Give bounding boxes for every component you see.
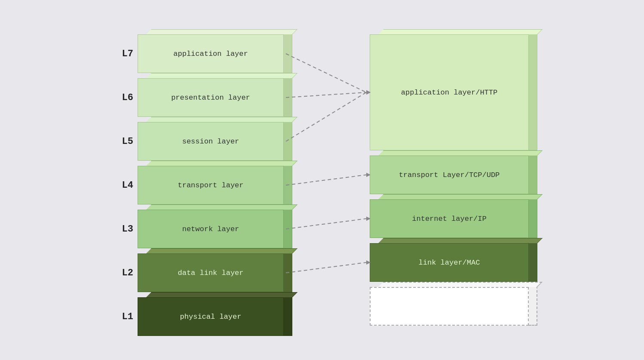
osi-label-l4: L4	[115, 166, 138, 204]
osi-row-l5: L5session layer	[115, 122, 284, 161]
tcpip-front-tcp-transport: transport Layer/TCP/UDP	[370, 156, 529, 194]
tcpip-block-tcp-transport: transport Layer/TCP/UDP	[370, 156, 529, 194]
tcpip-front-tcp-app: application layer/HTTP	[370, 34, 529, 150]
osi-right-face-l5	[284, 117, 292, 161]
osi-front-l1: physical layer	[138, 297, 284, 336]
osi-top-face-l1	[146, 292, 297, 297]
osi-row-l4: L4transport layer	[115, 166, 284, 204]
osi-top-face-l3	[146, 204, 297, 210]
tcpip-block-tcp-empty	[370, 287, 529, 326]
osi-right-face-l6	[284, 73, 292, 117]
osi-block-l7: application layer	[138, 34, 284, 73]
osi-front-l7: application layer	[138, 34, 284, 73]
osi-right-face-l1	[284, 292, 292, 336]
osi-label-l5: L5	[115, 122, 138, 161]
osi-front-l6: presentation layer	[138, 78, 284, 117]
tcpip-block-tcp-internet: internet layer/IP	[370, 199, 529, 238]
tcpip-top-face-tcp-link	[378, 238, 543, 243]
osi-row-l2: L2data link layer	[115, 253, 284, 292]
tcpip-top-face-tcp-transport	[378, 150, 543, 156]
svg-line-10	[286, 262, 366, 273]
diagram-wrapper: L7application layerL6presentation layerL…	[115, 24, 529, 336]
tcpip-right-face-tcp-transport	[529, 150, 537, 194]
svg-line-8	[286, 219, 366, 229]
osi-block-l2: data link layer	[138, 253, 284, 292]
tcpip-top-face-tcp-empty	[378, 282, 543, 287]
tcpip-front-tcp-empty	[370, 287, 529, 326]
osi-right-face-l3	[284, 204, 292, 248]
osi-top-face-l4	[146, 161, 297, 166]
osi-front-l5: session layer	[138, 122, 284, 161]
osi-right-face-l7	[284, 29, 292, 73]
svg-line-0	[286, 54, 366, 92]
osi-row-l6: L6presentation layer	[115, 78, 284, 117]
osi-block-l6: presentation layer	[138, 78, 284, 117]
osi-row-l3: L3network layer	[115, 210, 284, 248]
osi-block-l4: transport layer	[138, 166, 284, 204]
osi-block-l3: network layer	[138, 210, 284, 248]
tcpip-right-face-tcp-app	[529, 29, 537, 150]
svg-line-6	[286, 175, 366, 185]
tcpip-front-tcp-internet: internet layer/IP	[370, 199, 529, 238]
tcpip-top-face-tcp-app	[378, 29, 543, 34]
osi-right-face-l4	[284, 161, 292, 204]
svg-line-4	[286, 92, 366, 141]
tcpip-stack: application layer/HTTPtransport Layer/TC…	[370, 29, 529, 326]
osi-row-l7: L7application layer	[115, 34, 284, 73]
tcpip-block-tcp-app: application layer/HTTP	[370, 34, 529, 150]
osi-label-l2: L2	[115, 253, 138, 292]
osi-top-face-l6	[146, 73, 297, 78]
osi-label-l1: L1	[115, 297, 138, 336]
svg-line-2	[286, 92, 366, 98]
osi-top-face-l7	[146, 29, 297, 34]
osi-front-l4: transport layer	[138, 166, 284, 204]
osi-front-l3: network layer	[138, 210, 284, 248]
osi-label-l7: L7	[115, 34, 138, 73]
osi-label-l6: L6	[115, 78, 138, 117]
osi-label-l3: L3	[115, 210, 138, 248]
osi-top-face-l5	[146, 117, 297, 122]
tcpip-block-tcp-link: link layer/MAC	[370, 243, 529, 282]
tcpip-front-tcp-link: link layer/MAC	[370, 243, 529, 282]
tcpip-right-face-tcp-link	[529, 238, 537, 282]
osi-top-face-l2	[146, 248, 297, 253]
tcpip-top-face-tcp-internet	[378, 194, 543, 199]
osi-row-l1: L1physical layer	[115, 297, 284, 336]
tcpip-right-face-tcp-internet	[529, 194, 537, 238]
osi-block-l1: physical layer	[138, 297, 284, 336]
osi-stack: L7application layerL6presentation layerL…	[115, 29, 284, 336]
tcpip-right-face-tcp-empty	[529, 282, 537, 326]
osi-block-l5: session layer	[138, 122, 284, 161]
osi-right-face-l2	[284, 248, 292, 292]
osi-front-l2: data link layer	[138, 253, 284, 292]
